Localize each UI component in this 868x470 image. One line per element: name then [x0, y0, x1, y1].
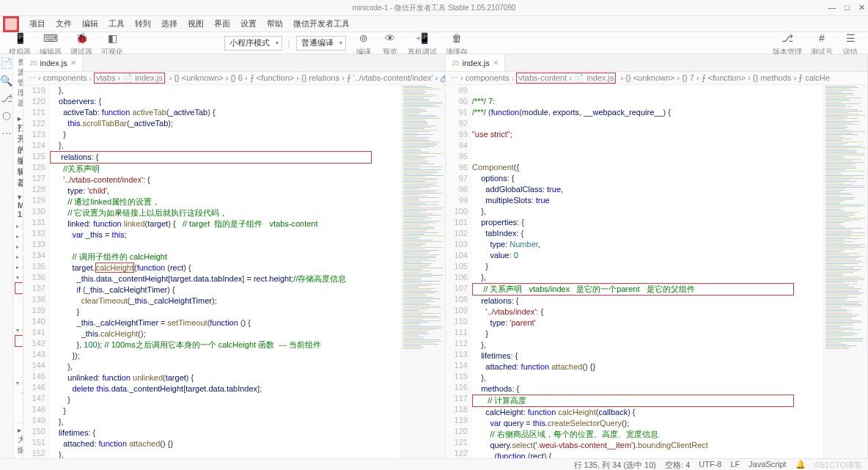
tree-item[interactable]: ▾📁vtabs-content	[13, 325, 23, 335]
tabs-left: JS index.js ✕	[23, 54, 445, 72]
project-section[interactable]: ▾ MINICODE-1	[13, 191, 23, 221]
visualizer-button[interactable]: ◧可视化	[98, 29, 126, 57]
tree-item[interactable]: {}index.json	[13, 347, 23, 357]
status-lang[interactable]: JavaScript	[749, 460, 786, 470]
tree-item[interactable]: ▸📁index-list	[13, 241, 23, 251]
testid-button[interactable]: #测试号	[808, 29, 836, 57]
close-icon[interactable]: ✕	[70, 59, 76, 67]
tabs-right: JS index.js ✕	[446, 54, 867, 72]
tree-item[interactable]: ▸📁emoji	[13, 231, 23, 241]
watermark: ©51CTO博客	[814, 460, 862, 470]
more-icon[interactable]: ⋯	[1, 128, 12, 139]
tree-item[interactable]: ▸📁tabs	[13, 251, 23, 262]
tree-item[interactable]: {}index.json	[13, 294, 23, 304]
sidebar-title: 资源管理器	[13, 54, 23, 112]
status-spaces[interactable]: 空格: 4	[665, 460, 690, 470]
search-icon[interactable]: 🔍	[0, 75, 12, 87]
tree-item[interactable]: ▾📁style	[13, 398, 23, 408]
tree-item[interactable]: JSindex.js	[15, 282, 23, 294]
editor-button[interactable]: ⌨编辑器	[37, 29, 65, 57]
tree-item[interactable]: ▾📁vtabs	[13, 272, 23, 282]
activity-bar: 📄 🔍 ⎇ ⬡ ⋯	[0, 54, 13, 458]
tree-item[interactable]: ▸📁video-swiper	[13, 262, 23, 272]
file-tree: ▸📁components▸📁emoji▸📁index-list▸📁tabs▸📁v…	[13, 221, 23, 423]
minimap-right[interactable]	[823, 85, 867, 458]
folder-icon: 📁	[21, 243, 23, 251]
breadcrumb-right[interactable]: ⋯ › components› vtabs-content › 📄 index.…	[446, 72, 867, 85]
window-title: minicode-1 - 微信开发者工具 Stable 1.05.2107090	[353, 3, 516, 13]
clear-cache-button[interactable]: 🗑清缓存	[443, 29, 471, 57]
ext-icon[interactable]: ⬡	[2, 110, 11, 122]
menu-help[interactable]: 帮助	[262, 17, 287, 31]
preview-button[interactable]: 👁预览	[378, 29, 402, 57]
js-icon: JS	[29, 59, 37, 67]
details-button[interactable]: ☰详情	[839, 29, 862, 57]
explorer-icon[interactable]: 📄	[0, 57, 12, 69]
close-icon[interactable]: ✕	[493, 59, 499, 67]
tree-item[interactable]: #weui.wxss	[13, 408, 23, 419]
open-editors-section[interactable]: ▸ 打开的编辑器	[13, 112, 23, 191]
minimize-button[interactable]: —	[828, 3, 836, 12]
debugger-button[interactable]: 🐞调试器	[67, 29, 95, 57]
compile-button[interactable]: ⊚编译	[352, 29, 375, 57]
breadcrumb-left[interactable]: ⋯ › components› vtabs › 📄 index.js › {} …	[23, 72, 445, 85]
sidebar: 资源管理器 ▸ 打开的编辑器 ▾ MINICODE-1 ▸📁components…	[13, 54, 23, 458]
window-controls: — □ ✕	[828, 3, 865, 12]
tree-item[interactable]: <>index.wxml	[13, 304, 23, 315]
tree-item[interactable]: #index.wxss	[13, 315, 23, 325]
code-right[interactable]: 8990919293949596979899100101102103104105…	[446, 85, 867, 458]
compile-mode-dropdown[interactable]: 普通编译	[296, 36, 346, 51]
minimap-left[interactable]	[401, 85, 445, 458]
scm-icon[interactable]: ⎇	[1, 92, 12, 104]
remote-debug-button[interactable]: 📲真机调试	[405, 29, 440, 57]
folder-icon: 📁	[21, 326, 23, 334]
toolbar: 📱模拟器 ⌨编辑器 🐞调试器 ◧可视化 小程序模式 | 普通编译 ⊚编译 👁预览…	[0, 32, 868, 54]
outline-section[interactable]: ▸ 大纲	[13, 423, 23, 458]
menu-view[interactable]: 视图	[183, 17, 208, 31]
code-left[interactable]: 1191201211221231241251261271281291301311…	[23, 85, 445, 458]
tree-item[interactable]: ▾📁weui-wxss	[13, 378, 23, 388]
menu-select[interactable]: 选择	[157, 17, 182, 31]
editor-left: JS index.js ✕ ⋯ › components› vtabs › 📄 …	[23, 54, 446, 458]
bell-icon[interactable]: 🔔	[795, 460, 806, 470]
folder-icon: 📁	[21, 273, 23, 282]
menu-interface[interactable]: 界面	[210, 17, 235, 31]
folder-icon: 📁	[21, 263, 23, 271]
menu-devtools[interactable]: 微信开发者工具	[289, 17, 354, 31]
tree-item[interactable]: <>index.wxml	[13, 357, 23, 367]
folder-icon: 📁	[21, 379, 23, 387]
tab-indexjs-left[interactable]: JS index.js ✕	[23, 54, 83, 71]
close-button[interactable]: ✕	[858, 3, 865, 12]
editor-right: JS index.js ✕ ⋯ › components› vtabs-cont…	[446, 54, 868, 458]
tree-item[interactable]: JSindex.js	[15, 335, 23, 347]
status-enc[interactable]: UTF-8	[699, 460, 721, 470]
simulator-button[interactable]: 📱模拟器	[6, 29, 34, 57]
statusbar: 行 135, 列 34 (选中 10) 空格: 4 UTF-8 LF JavaS…	[0, 458, 868, 470]
tab-indexjs-right[interactable]: JS index.js ✕	[446, 54, 505, 71]
tree-item[interactable]: #index.wxss	[13, 367, 23, 378]
folder-icon: 📁	[21, 232, 23, 240]
maximize-button[interactable]: □	[845, 3, 850, 12]
status-pos[interactable]: 行 135, 列 34 (选中 10)	[574, 460, 657, 470]
folder-icon: 📁	[21, 222, 23, 230]
titlebar: minicode-1 - 微信开发者工具 Stable 1.05.2107090…	[0, 0, 868, 16]
version-mgmt-button[interactable]: ⎇版本管理	[770, 29, 805, 57]
menu-settings[interactable]: 设置	[236, 17, 261, 31]
status-eol[interactable]: LF	[730, 460, 740, 470]
js-icon: JS	[452, 59, 460, 67]
mode-dropdown[interactable]: 小程序模式	[224, 36, 282, 51]
tree-item[interactable]: ▸📁components	[13, 221, 23, 231]
folder-icon: 📁	[21, 253, 23, 261]
tree-item[interactable]: ▾📁dist	[13, 388, 23, 398]
menu-goto[interactable]: 转到	[130, 17, 155, 31]
avatar[interactable]	[3, 16, 19, 32]
